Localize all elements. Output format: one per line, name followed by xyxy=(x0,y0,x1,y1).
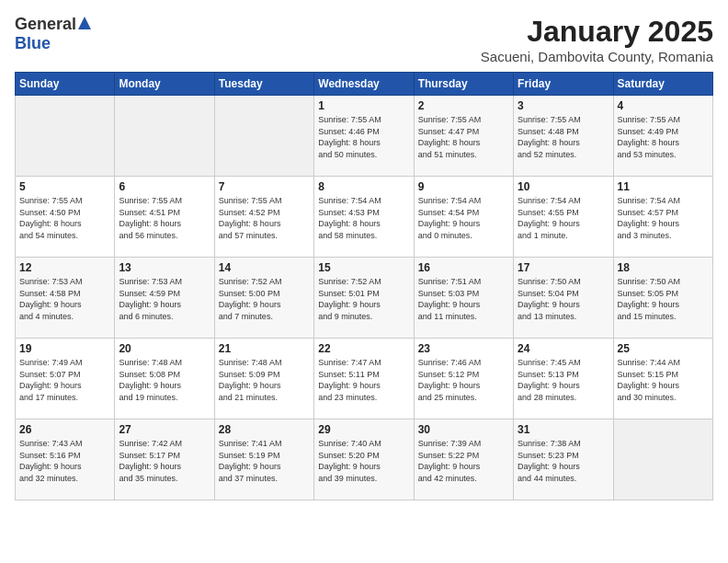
day-detail: Sunrise: 7:54 AM Sunset: 4:55 PM Dayligh… xyxy=(518,195,609,241)
day-number: 27 xyxy=(119,423,210,436)
calendar-cell: 4Sunrise: 7:55 AM Sunset: 4:49 PM Daylig… xyxy=(613,96,712,177)
day-number: 21 xyxy=(219,342,310,355)
day-detail: Sunrise: 7:50 AM Sunset: 5:05 PM Dayligh… xyxy=(618,276,709,322)
day-number: 10 xyxy=(518,180,609,193)
calendar-cell: 13Sunrise: 7:53 AM Sunset: 4:59 PM Dayli… xyxy=(115,258,214,339)
day-number: 29 xyxy=(318,423,409,436)
calendar-cell: 19Sunrise: 7:49 AM Sunset: 5:07 PM Dayli… xyxy=(16,339,115,419)
calendar-cell: 1Sunrise: 7:55 AM Sunset: 4:46 PM Daylig… xyxy=(314,96,414,177)
day-number: 11 xyxy=(618,180,709,193)
calendar-cell: 23Sunrise: 7:46 AM Sunset: 5:12 PM Dayli… xyxy=(414,339,513,419)
calendar-cell: 30Sunrise: 7:39 AM Sunset: 5:22 PM Dayli… xyxy=(414,419,513,500)
day-number: 7 xyxy=(219,180,310,193)
day-number: 24 xyxy=(518,342,609,355)
day-detail: Sunrise: 7:40 AM Sunset: 5:20 PM Dayligh… xyxy=(318,438,409,484)
calendar-cell: 17Sunrise: 7:50 AM Sunset: 5:04 PM Dayli… xyxy=(514,258,613,339)
logo-blue: Blue xyxy=(15,34,51,52)
day-detail: Sunrise: 7:48 AM Sunset: 5:09 PM Dayligh… xyxy=(219,357,310,403)
calendar-cell: 28Sunrise: 7:41 AM Sunset: 5:19 PM Dayli… xyxy=(214,419,313,500)
week-row-1: 1Sunrise: 7:55 AM Sunset: 4:46 PM Daylig… xyxy=(16,96,713,177)
calendar-cell: 29Sunrise: 7:40 AM Sunset: 5:20 PM Dayli… xyxy=(314,419,414,500)
calendar-cell: 5Sunrise: 7:55 AM Sunset: 4:50 PM Daylig… xyxy=(16,177,115,258)
calendar-cell: 6Sunrise: 7:55 AM Sunset: 4:51 PM Daylig… xyxy=(115,177,214,258)
day-detail: Sunrise: 7:41 AM Sunset: 5:19 PM Dayligh… xyxy=(219,438,310,484)
title-block: January 2025 Sacueni, Dambovita County, … xyxy=(481,15,713,64)
week-row-5: 26Sunrise: 7:43 AM Sunset: 5:16 PM Dayli… xyxy=(16,419,713,500)
day-number: 14 xyxy=(219,261,310,274)
calendar-cell: 25Sunrise: 7:44 AM Sunset: 5:15 PM Dayli… xyxy=(613,339,712,419)
weekday-header-tuesday: Tuesday xyxy=(214,73,313,96)
weekday-header-friday: Friday xyxy=(514,73,613,96)
logo-general: General xyxy=(15,15,76,34)
day-number: 1 xyxy=(318,99,409,112)
calendar-location: Sacueni, Dambovita County, Romania xyxy=(481,49,713,64)
calendar-cell: 12Sunrise: 7:53 AM Sunset: 4:58 PM Dayli… xyxy=(16,258,115,339)
day-detail: Sunrise: 7:44 AM Sunset: 5:15 PM Dayligh… xyxy=(618,357,709,403)
calendar-cell: 15Sunrise: 7:52 AM Sunset: 5:01 PM Dayli… xyxy=(314,258,414,339)
page-header: General Blue January 2025 Sacueni, Dambo… xyxy=(15,15,713,64)
day-number: 20 xyxy=(119,342,210,355)
day-number: 22 xyxy=(318,342,409,355)
day-detail: Sunrise: 7:55 AM Sunset: 4:48 PM Dayligh… xyxy=(518,114,609,160)
day-number: 4 xyxy=(618,99,709,112)
day-number: 5 xyxy=(19,180,110,193)
calendar-cell: 22Sunrise: 7:47 AM Sunset: 5:11 PM Dayli… xyxy=(314,339,414,419)
calendar-cell: 8Sunrise: 7:54 AM Sunset: 4:53 PM Daylig… xyxy=(314,177,414,258)
day-detail: Sunrise: 7:55 AM Sunset: 4:52 PM Dayligh… xyxy=(219,195,310,241)
day-detail: Sunrise: 7:48 AM Sunset: 5:08 PM Dayligh… xyxy=(119,357,210,403)
week-row-4: 19Sunrise: 7:49 AM Sunset: 5:07 PM Dayli… xyxy=(16,339,713,419)
calendar-cell: 20Sunrise: 7:48 AM Sunset: 5:08 PM Dayli… xyxy=(115,339,214,419)
calendar-cell: 27Sunrise: 7:42 AM Sunset: 5:17 PM Dayli… xyxy=(115,419,214,500)
calendar-cell: 7Sunrise: 7:55 AM Sunset: 4:52 PM Daylig… xyxy=(214,177,313,258)
day-detail: Sunrise: 7:55 AM Sunset: 4:50 PM Dayligh… xyxy=(19,195,110,241)
day-number: 19 xyxy=(19,342,110,355)
calendar-cell: 3Sunrise: 7:55 AM Sunset: 4:48 PM Daylig… xyxy=(514,96,613,177)
day-number: 18 xyxy=(618,261,709,274)
calendar-cell xyxy=(214,96,313,177)
calendar-cell: 10Sunrise: 7:54 AM Sunset: 4:55 PM Dayli… xyxy=(514,177,613,258)
calendar-table: SundayMondayTuesdayWednesdayThursdayFrid… xyxy=(15,72,713,500)
day-detail: Sunrise: 7:55 AM Sunset: 4:47 PM Dayligh… xyxy=(418,114,509,160)
day-detail: Sunrise: 7:51 AM Sunset: 5:03 PM Dayligh… xyxy=(418,276,509,322)
weekday-header-saturday: Saturday xyxy=(613,73,712,96)
day-detail: Sunrise: 7:43 AM Sunset: 5:16 PM Dayligh… xyxy=(19,438,110,484)
weekday-header-sunday: Sunday xyxy=(16,73,115,96)
week-row-3: 12Sunrise: 7:53 AM Sunset: 4:58 PM Dayli… xyxy=(16,258,713,339)
day-number: 15 xyxy=(318,261,409,274)
week-row-2: 5Sunrise: 7:55 AM Sunset: 4:50 PM Daylig… xyxy=(16,177,713,258)
day-number: 23 xyxy=(418,342,509,355)
calendar-cell: 18Sunrise: 7:50 AM Sunset: 5:05 PM Dayli… xyxy=(613,258,712,339)
calendar-cell xyxy=(613,419,712,500)
calendar-cell xyxy=(16,96,115,177)
day-detail: Sunrise: 7:38 AM Sunset: 5:23 PM Dayligh… xyxy=(518,438,609,484)
day-number: 13 xyxy=(119,261,210,274)
day-detail: Sunrise: 7:54 AM Sunset: 4:53 PM Dayligh… xyxy=(318,195,409,241)
calendar-cell xyxy=(115,96,214,177)
day-detail: Sunrise: 7:54 AM Sunset: 4:57 PM Dayligh… xyxy=(618,195,709,241)
day-detail: Sunrise: 7:54 AM Sunset: 4:54 PM Dayligh… xyxy=(418,195,509,241)
day-number: 30 xyxy=(418,423,509,436)
day-detail: Sunrise: 7:42 AM Sunset: 5:17 PM Dayligh… xyxy=(119,438,210,484)
calendar-cell: 31Sunrise: 7:38 AM Sunset: 5:23 PM Dayli… xyxy=(514,419,613,500)
calendar-cell: 2Sunrise: 7:55 AM Sunset: 4:47 PM Daylig… xyxy=(414,96,513,177)
day-detail: Sunrise: 7:50 AM Sunset: 5:04 PM Dayligh… xyxy=(518,276,609,322)
day-number: 3 xyxy=(518,99,609,112)
day-detail: Sunrise: 7:52 AM Sunset: 5:00 PM Dayligh… xyxy=(219,276,310,322)
day-number: 2 xyxy=(418,99,509,112)
day-number: 6 xyxy=(119,180,210,193)
calendar-cell: 9Sunrise: 7:54 AM Sunset: 4:54 PM Daylig… xyxy=(414,177,513,258)
day-number: 31 xyxy=(518,423,609,436)
logo-icon xyxy=(78,17,91,33)
day-detail: Sunrise: 7:55 AM Sunset: 4:51 PM Dayligh… xyxy=(119,195,210,241)
weekday-header-monday: Monday xyxy=(115,73,214,96)
day-detail: Sunrise: 7:46 AM Sunset: 5:12 PM Dayligh… xyxy=(418,357,509,403)
day-number: 26 xyxy=(19,423,110,436)
calendar-cell: 21Sunrise: 7:48 AM Sunset: 5:09 PM Dayli… xyxy=(214,339,313,419)
calendar-cell: 16Sunrise: 7:51 AM Sunset: 5:03 PM Dayli… xyxy=(414,258,513,339)
day-number: 25 xyxy=(618,342,709,355)
weekday-header-thursday: Thursday xyxy=(414,73,513,96)
calendar-cell: 11Sunrise: 7:54 AM Sunset: 4:57 PM Dayli… xyxy=(613,177,712,258)
calendar-cell: 26Sunrise: 7:43 AM Sunset: 5:16 PM Dayli… xyxy=(16,419,115,500)
day-detail: Sunrise: 7:53 AM Sunset: 4:59 PM Dayligh… xyxy=(119,276,210,322)
weekday-header-wednesday: Wednesday xyxy=(314,73,414,96)
